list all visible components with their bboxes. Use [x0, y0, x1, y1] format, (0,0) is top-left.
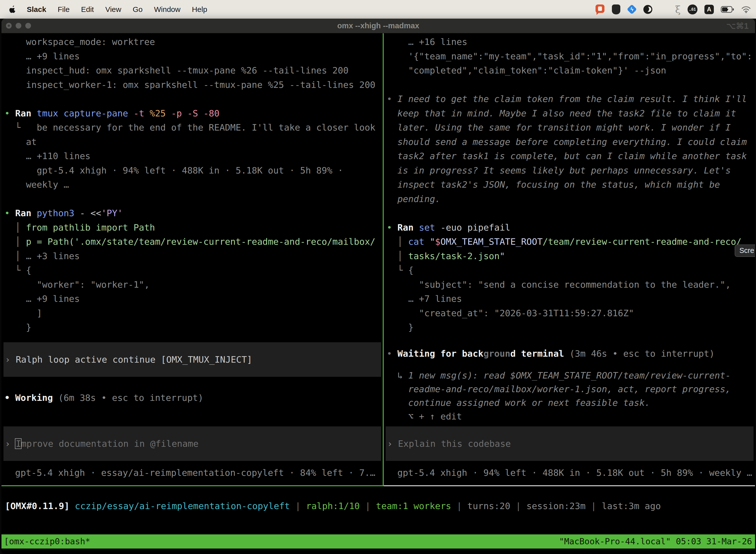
crescent-moon-icon[interactable] — [643, 5, 652, 14]
menu-help[interactable]: Help — [192, 5, 207, 14]
shield-grid-icon[interactable] — [612, 4, 620, 14]
omx-session-status: [OMX#0.11.9] cczip/essay/ai-reimplementa… — [5, 499, 755, 513]
tmux-status-bar: [omx-cczip0:bash* "MacBook-Pro-44.local"… — [1, 535, 755, 549]
badge-61-icon[interactable]: ..61 — [688, 4, 697, 14]
macos-menu-bar: Slack File Edit View Go Window Help ϟ ξ … — [0, 0, 756, 19]
prompt-chevron: › — [5, 437, 10, 451]
terminal-window: omx --xhigh --madmax ⌥⌘1 workspace_mode:… — [1, 19, 755, 554]
prompt-chevron: › — [387, 437, 393, 451]
tmux-session-name: [omx-cczip0:bash* — [1, 535, 90, 549]
squiggle-icon[interactable]: ξ — [675, 4, 681, 14]
right-pane-output: … +16 lines '{"team_name":"my-team","tas… — [387, 35, 755, 335]
left-pane-output: workspace_mode: worktree … +9 lines insp… — [4, 35, 383, 335]
prompt-input-right[interactable]: › Explain this codebase — [386, 427, 754, 461]
chat-bubble-icon[interactable] — [595, 4, 605, 15]
waiting-status-line: • Waiting for background terminal (3m 46… — [387, 346, 755, 361]
right-pane: … +16 lines '{"team_name":"my-team","tas… — [384, 33, 755, 485]
terminal-area: workspace_mode: worktree … +9 lines insp… — [1, 33, 755, 554]
right-model-status: gpt-5.4 xhigh · 94% left · 488K in · 5.1… — [397, 466, 755, 480]
tmux-host-clock: "MacBook-Pro-44.local" 05:03 31-Mar-26 — [559, 535, 755, 549]
screen-overlay-chip[interactable]: Scre — [735, 244, 755, 257]
wifi-icon[interactable] — [741, 6, 751, 13]
blue-diamond-icon[interactable]: ϟ — [627, 4, 637, 14]
battery-icon[interactable] — [721, 6, 734, 13]
window-shortcut-hint: ⌥⌘1 — [727, 19, 749, 33]
menu-view[interactable]: View — [105, 5, 121, 14]
window-title-bar[interactable]: omx --xhigh --madmax ⌥⌘1 — [1, 19, 755, 33]
text-cursor: I — [16, 437, 21, 451]
right-pane-bottom-border — [384, 485, 755, 486]
menu-file[interactable]: File — [58, 5, 69, 14]
ralph-loop-banner: › Ralph loop active continue [OMX_TMUX_I… — [3, 342, 381, 377]
input-placeholder-right: Explain this codebase — [398, 437, 511, 451]
prompt-input-left[interactable]: › Improve documentation in @filename — [3, 427, 381, 461]
working-status-line: • Working (6m 38s • esc to interrupt) — [4, 391, 383, 405]
menu-app-name[interactable]: Slack — [27, 5, 46, 14]
grid-dots-icon[interactable] — [659, 5, 668, 14]
left-pane: workspace_mode: worktree … +9 lines insp… — [1, 33, 383, 485]
left-model-status: gpt-5.4 xhigh · essay/ai-reimplementatio… — [15, 466, 383, 480]
apple-menu-icon[interactable] — [9, 5, 16, 14]
mailbox-message-block: ↳ 1 new msg(s): read $OMX_TEAM_STATE_ROO… — [387, 369, 755, 423]
menu-go[interactable]: Go — [133, 5, 143, 14]
menu-bar-left: Slack File Edit View Go Window Help — [0, 5, 207, 14]
menu-edit[interactable]: Edit — [81, 5, 94, 14]
window-title: omx --xhigh --madmax — [1, 19, 755, 33]
banner-chevron: › — [5, 352, 10, 367]
menu-window[interactable]: Window — [154, 5, 181, 14]
left-pane-bottom-border — [1, 485, 384, 486]
banner-text: Ralph loop active continue [OMX_TMUX_INJ… — [16, 352, 252, 367]
input-placeholder-left: mprove documentation in @filename — [21, 437, 198, 451]
input-source-icon[interactable]: A — [704, 5, 714, 14]
menu-bar-status-icons: ϟ ξ ..61 A — [595, 4, 756, 15]
